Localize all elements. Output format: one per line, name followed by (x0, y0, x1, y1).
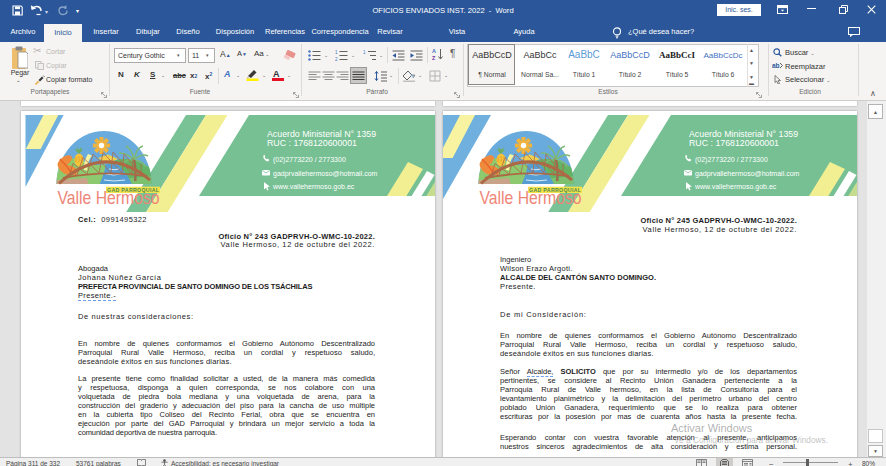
svg-text:Valle Hermoso: Valle Hermoso (58, 187, 160, 208)
svg-text:ab: ab (772, 62, 780, 69)
svg-text:Acuerdo Ministerial N° 1359: Acuerdo Ministerial N° 1359 (689, 129, 798, 139)
svg-text:2: 2 (335, 57, 338, 61)
svg-text:gadprvallehermoso@hotmail.com: gadprvallehermoso@hotmail.com (695, 170, 800, 178)
svg-text:www.vallehermoso.gob.ec: www.vallehermoso.gob.ec (272, 183, 355, 191)
svg-text:www.vallehermoso.gob.ec: www.vallehermoso.gob.ec (694, 183, 777, 191)
svg-text:Acuerdo Ministerial N° 1359: Acuerdo Ministerial N° 1359 (267, 129, 376, 139)
svg-text:(02)2773220 / 2773300: (02)2773220 / 2773300 (695, 156, 768, 164)
svg-text:Z: Z (432, 55, 436, 61)
svg-text:(02)2773220 / 2773300: (02)2773220 / 2773300 (273, 156, 346, 164)
svg-text:RUC : 1768120600001: RUC : 1768120600001 (267, 138, 357, 148)
svg-text:A: A (432, 48, 436, 54)
svg-text:1: 1 (335, 50, 338, 55)
svg-text:1: 1 (363, 50, 366, 55)
svg-text:Valle Hermoso: Valle Hermoso (480, 187, 582, 208)
svg-text:gadprvallehermoso@hotmail.com: gadprvallehermoso@hotmail.com (273, 170, 378, 178)
svg-text:RUC : 1768120600001: RUC : 1768120600001 (689, 138, 779, 148)
